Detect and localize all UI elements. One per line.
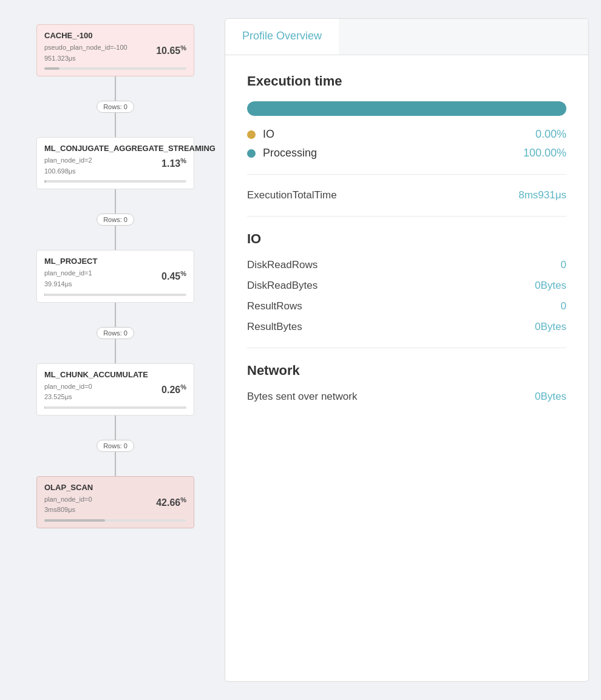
bytes-sent-label: Bytes sent over network <box>247 391 357 403</box>
connector-0: Rows: 0 <box>97 76 134 137</box>
connector-line <box>115 339 116 363</box>
connector-2: Rows: 0 <box>97 303 134 363</box>
divider-2 <box>247 216 566 217</box>
stat-row-result-rows: ResultRows 0 <box>247 300 566 312</box>
network-section-title: Network <box>247 363 566 379</box>
tab-profile-overview[interactable]: Profile Overview <box>225 19 339 55</box>
io-label: IO <box>263 128 535 141</box>
node-bar-cache <box>44 67 186 70</box>
result-bytes-label: ResultBytes <box>247 321 302 333</box>
divider-3 <box>247 348 566 348</box>
connector-line <box>115 189 116 214</box>
disk-read-rows-value: 0 <box>561 259 566 271</box>
connector-3: Rows: 0 <box>97 416 134 476</box>
node-title-ml-conjugate: ML_CONJUGATE_AGGREGATE_STREAMING <box>44 144 186 153</box>
node-percent-olap-scan: 42.66% <box>156 496 186 508</box>
tab-spacer <box>339 19 588 55</box>
profile-content: Execution time IO 0.00% Processing 100.0… <box>225 55 588 429</box>
io-dot <box>247 130 256 139</box>
node-bar-ml-project <box>44 294 186 296</box>
connector-line <box>115 303 116 327</box>
divider-1 <box>247 174 566 175</box>
node-title-cache: CACHE_-100 <box>44 31 186 40</box>
connector-line <box>115 113 116 137</box>
bytes-sent-value: 0Bytes <box>535 391 566 403</box>
connector-1: Rows: 0 <box>97 189 134 250</box>
left-panel: CACHE_-100 pseudo_plan_node_id=-100 951.… <box>12 18 219 682</box>
processing-dot <box>247 149 256 158</box>
execution-total-value: 8ms931μs <box>518 189 566 201</box>
rows-badge-3: Rows: 0 <box>97 440 134 452</box>
node-percent-ml-conjugate: 1.13% <box>161 157 186 169</box>
right-panel: Profile Overview Execution time IO 0.00%… <box>225 18 589 682</box>
connector-line <box>115 452 116 476</box>
node-card-ml-conjugate[interactable]: ML_CONJUGATE_AGGREGATE_STREAMING plan_no… <box>36 137 194 189</box>
node-bar-ml-chunk <box>44 406 186 409</box>
stat-row-result-bytes: ResultBytes 0Bytes <box>247 321 566 333</box>
rows-badge-2: Rows: 0 <box>97 327 134 339</box>
result-bytes-value: 0Bytes <box>535 321 566 333</box>
processing-label: Processing <box>263 147 523 160</box>
node-percent-cache: 10.65% <box>156 44 186 56</box>
result-rows-label: ResultRows <box>247 300 302 312</box>
execution-time-title: Execution time <box>247 73 566 89</box>
stat-row-disk-read-bytes: DiskReadBytes 0Bytes <box>247 280 566 292</box>
connector-line <box>115 76 116 101</box>
io-value: 0.00% <box>535 128 566 141</box>
node-percent-ml-chunk: 0.26% <box>161 383 186 395</box>
stat-row-execution-total: ExecutionTotalTime 8ms931μs <box>247 189 566 201</box>
execution-progress-bar <box>247 101 566 116</box>
rows-badge-0: Rows: 0 <box>97 101 134 113</box>
node-percent-ml-project: 0.45% <box>161 270 186 282</box>
disk-read-bytes-value: 0Bytes <box>535 280 566 292</box>
node-bar-olap-scan <box>44 519 186 522</box>
legend-row-processing: Processing 100.00% <box>247 147 566 160</box>
stat-row-disk-read-rows: DiskReadRows 0 <box>247 259 566 271</box>
node-card-ml-chunk[interactable]: ML_CHUNK_ACCUMULATE plan_node_id=0 23.52… <box>36 363 194 416</box>
node-title-olap-scan: OLAP_SCAN <box>44 483 186 492</box>
legend-row-io: IO 0.00% <box>247 128 566 141</box>
node-card-cache[interactable]: CACHE_-100 pseudo_plan_node_id=-100 951.… <box>36 24 194 76</box>
connector-line <box>115 416 116 440</box>
node-title-ml-project: ML_PROJECT <box>44 257 186 266</box>
tab-bar: Profile Overview <box>225 19 588 55</box>
node-card-ml-project[interactable]: ML_PROJECT plan_node_id=1 39.914μs 0.45% <box>36 250 194 302</box>
execution-total-label: ExecutionTotalTime <box>247 189 337 201</box>
disk-read-rows-label: DiskReadRows <box>247 259 317 271</box>
processing-value: 100.00% <box>523 147 566 160</box>
result-rows-value: 0 <box>561 300 566 312</box>
disk-read-bytes-label: DiskReadBytes <box>247 280 317 292</box>
execution-progress-fill <box>247 101 566 116</box>
node-bar-ml-conjugate <box>44 180 186 183</box>
connector-line <box>115 226 116 250</box>
io-section-title: IO <box>247 231 566 247</box>
stat-row-bytes-sent: Bytes sent over network 0Bytes <box>247 391 566 403</box>
node-card-olap-scan[interactable]: OLAP_SCAN plan_node_id=0 3ms809μs 42.66% <box>36 476 194 528</box>
node-title-ml-chunk: ML_CHUNK_ACCUMULATE <box>44 370 186 379</box>
rows-badge-1: Rows: 0 <box>97 214 134 226</box>
